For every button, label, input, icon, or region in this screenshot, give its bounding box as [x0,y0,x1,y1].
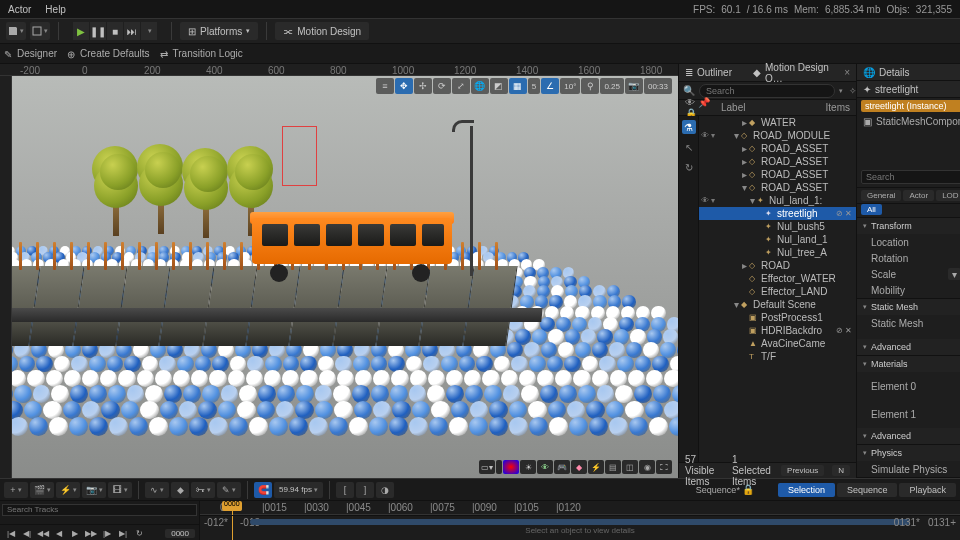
instance-chip[interactable]: streetlight (Instance) [861,100,960,112]
prop-element-1[interactable]: Element 1 [857,400,960,428]
outliner-tree[interactable]: ▸◆WATER👁 ▾▾◇ROAD_MODULE▸◇ROAD_ASSET▸◇ROA… [699,116,856,462]
play-fwd-icon[interactable]: ▶ [68,527,82,541]
section-materials[interactable]: Materials [857,356,960,372]
details-tab[interactable]: 🌐Details× [857,64,960,81]
tab-all[interactable]: All [861,204,882,215]
seq-render-icon[interactable]: 🎞 [108,482,132,498]
section-static-mesh[interactable]: Static Mesh [857,299,960,315]
prop-element-0[interactable]: Element 0 [857,372,960,400]
vp-game-icon[interactable]: 🎮 [554,460,570,474]
seq-snap-toggle[interactable]: 🧲 [254,482,272,498]
step-button[interactable]: ⏭ [124,22,140,40]
current-frame[interactable]: 0000 [165,529,195,538]
vp-scale-tool[interactable]: ⤢ [452,78,470,94]
tree-row[interactable]: ▸◇ROAD_ASSET [699,155,856,168]
ruler-horizontal[interactable]: -200020040060080010001200140016001800 [0,64,678,76]
tree-row[interactable]: ▸◇ROAD_ASSET [699,142,856,155]
tree-row[interactable]: TT/F [699,350,856,363]
transition-logic-button[interactable]: ⇄Transition Logic [160,48,243,59]
vp-show-icon[interactable]: 👁 [537,460,553,474]
vp-color-icon[interactable] [503,460,519,474]
motion-design-button[interactable]: ⫘ Motion Design [275,22,369,40]
mode-playback[interactable]: Playback [899,483,956,497]
vp-time-value[interactable]: 00:33 [644,78,672,94]
vp-hamburger-icon[interactable]: ≡ [376,78,394,94]
prop-mobility[interactable]: Mobility [857,282,960,298]
vp-globe-icon[interactable]: 🌐 [471,78,489,94]
seq-mark-out-icon[interactable]: ] [356,482,374,498]
prev-key-icon[interactable]: ◀| [20,527,34,541]
filter-tool-icon[interactable]: ⚗ [682,120,696,134]
modes-dropdown[interactable] [30,22,50,40]
prop-rotation[interactable]: Rotation▾ [857,250,960,266]
lock-icon[interactable]: 🔒 [742,484,754,495]
ruler-vertical[interactable] [0,76,12,478]
save-dropdown[interactable] [6,22,26,40]
tree-row[interactable]: ▣HDRIBackdro⊘ ✕ [699,324,856,337]
track-search-input[interactable] [2,504,197,516]
seq-fps-dropdown[interactable]: 59.94 fps [274,482,323,498]
vp-camera-icon[interactable]: 📷 [625,78,643,94]
outliner-tab[interactable]: ≣Outliner [679,64,747,82]
step-fwd-icon[interactable]: ▶▶ [84,527,98,541]
vp-fov-icon[interactable]: ◫ [622,460,638,474]
vp-bookmark-icon[interactable]: ◆ [571,460,587,474]
next-button[interactable]: N [832,465,850,476]
section-advanced-mat[interactable]: Advanced [857,428,960,444]
section-transform[interactable]: Transform [857,218,960,234]
tree-row[interactable]: ◇Effector_LAND [699,285,856,298]
viewport-3d[interactable]: ≡ ✥ ✢ ⟳ ⤢ 🌐 ◩ ▦ 5 ∠ 10° ⚲ 0.25 📷 00:33 [12,76,678,478]
seq-add-btn[interactable]: + [4,482,28,498]
tree-row[interactable]: ▸◆WATER [699,116,856,129]
mode-sequence[interactable]: Sequence [837,483,898,497]
prop-location[interactable]: Location▾ [857,234,960,250]
vp-grid-size[interactable]: 5 [528,78,540,94]
tree-row[interactable]: ▾◆Default Scene [699,298,856,311]
seq-camera-icon[interactable]: 📷 [82,482,106,498]
cycle-tool-icon[interactable]: ↻ [682,160,696,174]
tab-actor[interactable]: Actor [903,190,934,201]
motion-design-tab[interactable]: ◆Motion Design O…× [747,64,856,82]
vp-move-tool[interactable]: ✢ [414,78,432,94]
section-advanced-sm[interactable]: Advanced [857,339,960,355]
vp-max-icon[interactable]: ⛶ [656,460,672,474]
prop-scale[interactable]: Scale▾🔒 [857,266,960,282]
pause-button[interactable]: ❚❚ [90,22,106,40]
vp-angle-value[interactable]: 10° [560,78,580,94]
vp-select-tool[interactable]: ✥ [395,78,413,94]
seq-clap-icon[interactable]: 🎬 [30,482,54,498]
goto-end-icon[interactable]: ▶| [116,527,130,541]
seq-curve-icon[interactable]: ∿ [145,482,169,498]
sequence-name[interactable]: Sequence* [696,485,740,495]
vp-scale-value[interactable]: 0.25 [600,78,624,94]
designer-button[interactable]: ✎Designer [4,48,57,59]
play-rev-icon[interactable]: ◀ [52,527,66,541]
loop-icon[interactable]: ↻ [132,527,146,541]
tree-row[interactable]: ✦Nul_land_1 [699,233,856,246]
vp-realtime-icon[interactable]: ⚡ [588,460,604,474]
outliner-search-input[interactable] [699,84,835,98]
seq-edit-icon[interactable]: ✎ [217,482,241,498]
tree-row[interactable]: ✦Nul_bush5 [699,220,856,233]
tree-row[interactable]: 👁 ▾▾◇ROAD_MODULE [699,129,856,142]
vp-angle-snap[interactable]: ∠ [541,78,559,94]
menu-help[interactable]: Help [45,4,66,15]
tree-row[interactable]: ✦Nul_tree_A [699,246,856,259]
details-search-input[interactable] [861,170,960,184]
vp-screenshot-icon[interactable]: ◉ [639,460,655,474]
seq-action-icon[interactable]: ⚡ [56,482,80,498]
tree-row[interactable]: ▸◇ROAD_ASSET [699,168,856,181]
play-options[interactable] [141,22,157,40]
section-physics[interactable]: Physics [857,445,960,461]
timeline[interactable]: 0000|0015|0030|0045|0060|0075|0090|0105|… [200,501,960,540]
tab-general[interactable]: General [861,190,901,201]
platforms-dropdown[interactable]: ⊞ Platforms▾ [180,22,258,40]
timeline-footer[interactable]: -012* -013 0131* 0131+ [200,515,960,529]
prop-static-mesh[interactable]: Static Mesh [857,315,960,331]
tree-row[interactable]: 👁 ▾▾✦Nul_land_1: [699,194,856,207]
vp-view-mode[interactable]: ▭▾ [479,460,495,474]
vp-surface-icon[interactable]: ◩ [490,78,508,94]
next-key-icon[interactable]: |▶ [100,527,114,541]
vp-scale-snap-icon[interactable]: ⚲ [581,78,599,94]
close-icon[interactable]: × [844,67,850,78]
